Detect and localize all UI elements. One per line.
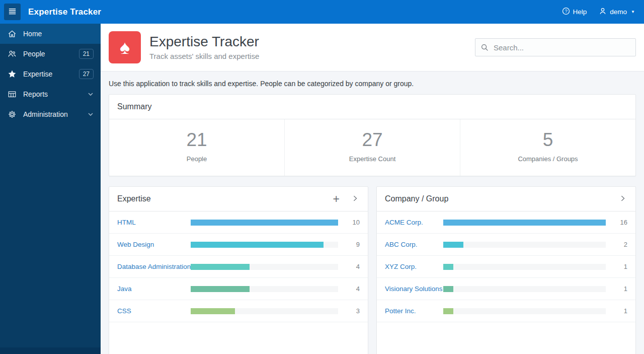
row-link[interactable]: CSS [117,307,191,315]
bar-value: 4 [346,285,360,293]
people-icon [7,49,17,58]
home-icon [7,29,17,38]
hamburger-icon [8,7,17,17]
count-badge: 27 [79,69,94,79]
bar-value: 2 [613,241,627,248]
sidebar-item-label: Reports [23,90,48,98]
card-actions [618,194,627,204]
bar-row: XYZ Corp. 1 [377,256,635,278]
card-rows: HTML 10 Web Design 9 Database Administra… [109,211,368,322]
bar-value: 10 [346,219,360,226]
bar-track [443,308,606,314]
sidebar-item-administration[interactable]: Administration [0,104,101,124]
help-icon: ? [562,7,570,17]
bar-fill [443,286,453,292]
user-menu[interactable]: demo ▼ [599,7,635,17]
bar-value: 16 [613,219,627,226]
chevron-down-icon [88,111,94,117]
help-link[interactable]: ? Help [562,7,587,17]
app-logo-spade-icon: ♠ [109,31,141,63]
sidebar-item-reports[interactable]: Reports [0,84,101,104]
bar-track [191,308,338,314]
search-icon [480,43,489,51]
row-link[interactable]: ABC Corp. [385,241,443,248]
card-title: Expertise [117,194,151,203]
card-title: Company / Group [385,194,448,203]
open-report-button[interactable] [618,194,627,204]
stat-value: 5 [460,129,635,151]
menu-toggle-button[interactable] [4,4,21,20]
sidebar-item-expertise[interactable]: Expertise 27 [0,64,101,84]
summary-title: Summary [117,102,151,111]
stat-value: 21 [109,129,284,151]
bar-track [443,286,606,292]
bar-row: Visionary Solutions 1 [377,278,635,300]
topbar-actions: ? Help demo ▼ [562,7,644,17]
bar-value: 9 [346,241,360,248]
summary-card: Summary 21 People 27 Expertise Count 5 C… [109,94,636,176]
bar-fill [443,242,463,248]
sidebar-item-label: Home [23,30,42,38]
page-body: Use this application to track skills and… [101,72,644,354]
stat-label: People [109,155,284,163]
expertise-card: Expertise + HTML 10 Web Design 9 Databas… [109,186,368,354]
chevron-down-icon [88,91,94,97]
row-link[interactable]: ACME Corp. [385,219,443,226]
bar-fill [191,242,324,248]
row-link[interactable]: HTML [117,219,191,226]
user-label: demo [610,8,627,16]
count-badge: 21 [79,49,94,59]
open-report-button[interactable] [351,194,360,204]
sidebar-item-people[interactable]: People 21 [0,44,101,64]
summary-card-header: Summary [109,95,635,119]
card-header: Expertise + [109,187,368,211]
summary-stat: 27 Expertise Count [285,119,460,176]
summary-stat: 5 Companies / Groups [460,119,635,176]
sidebar-menu: Home People 21 Expertise 27 Reports Admi… [0,24,101,124]
sidebar-item-label: People [23,50,45,58]
bar-row: ACME Corp. 16 [377,211,635,234]
row-link[interactable]: Web Design [117,241,191,248]
summary-stats: 21 People 27 Expertise Count 5 Companies… [109,119,635,176]
bar-track [191,264,338,270]
bar-row: Database Administration 4 [109,256,368,278]
row-link[interactable]: Java [117,285,191,293]
chevron-right-icon [352,195,359,203]
reports-icon [7,90,17,99]
stat-label: Companies / Groups [460,155,635,163]
bar-fill [443,264,453,270]
title-block: Expertise Tracker Track assets' skills a… [149,34,259,60]
bar-row: ABC Corp. 2 [377,234,635,256]
card-rows: ACME Corp. 16 ABC Corp. 2 XYZ Corp. 1 Vi… [377,211,635,322]
add-button[interactable]: + [332,192,341,206]
bar-value: 1 [613,307,627,315]
stat-value: 27 [285,129,460,151]
bar-fill [443,308,453,314]
app-title: Expertise Tracker [28,7,101,17]
bar-row: Web Design 9 [109,234,368,256]
bar-track [191,220,338,226]
star-icon [7,69,17,79]
company-card: Company / Group ACME Corp. 16 ABC Corp. … [376,186,636,354]
row-link[interactable]: Potter Inc. [385,307,443,315]
row-link[interactable]: XYZ Corp. [385,263,443,270]
bar-row: Potter Inc. 1 [377,300,635,322]
bar-row: HTML 10 [109,211,368,234]
gear-icon [7,110,17,119]
sidebar-item-label: Expertise [23,70,52,78]
sidebar-item-home[interactable]: Home [0,24,101,44]
bar-value: 1 [613,285,627,293]
bar-track [443,264,606,270]
row-link[interactable]: Database Administration [117,263,191,270]
search-input[interactable] [493,43,630,52]
page-title: Expertise Tracker [149,34,259,50]
card-header: Company / Group [377,187,635,211]
user-icon [599,7,607,17]
dashboard-cards: Expertise + HTML 10 Web Design 9 Databas… [109,186,636,354]
card-actions: + [332,192,360,206]
stat-label: Expertise Count [285,155,460,163]
row-link[interactable]: Visionary Solutions [385,285,443,293]
search-box [475,38,636,56]
bar-fill [191,220,338,226]
svg-text:?: ? [565,9,567,14]
